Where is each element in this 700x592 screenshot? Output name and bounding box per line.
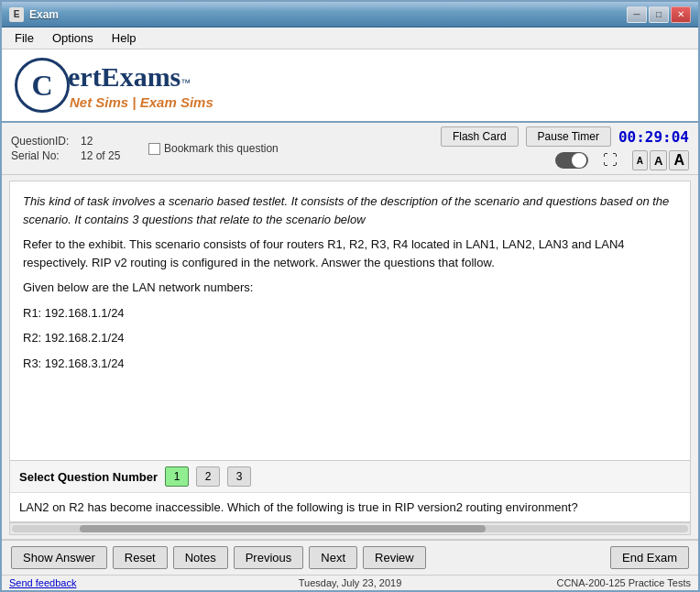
status-date: Tuesday, July 23, 2019: [239, 577, 460, 588]
menu-options[interactable]: Options: [43, 29, 103, 47]
main-window: E Exam ─ □ ✕ File Options Help C ertExam…: [0, 0, 700, 592]
question-body-4: R3: 192.168.3.1/24: [23, 355, 677, 373]
window-title: Exam: [29, 8, 621, 21]
previous-button[interactable]: Previous: [234, 546, 304, 569]
question-intro: This kind of task involves a scenario ba…: [23, 192, 677, 228]
controls-mid: ⛶ A A A: [555, 150, 689, 170]
logo-tm: ™: [180, 77, 191, 88]
font-controls: A A A: [632, 150, 689, 170]
next-button[interactable]: Next: [309, 546, 357, 569]
serial-no-value: 12 of 25: [81, 149, 120, 162]
logo-tagline: Net Sims | Exam Sims: [70, 94, 213, 110]
select-question-label: Select Question Number: [19, 470, 158, 484]
logo-circle: C: [15, 58, 70, 113]
question-header: QuestionID: 12 Serial No: 12 of 25 Bookm…: [2, 123, 698, 175]
select-question-bar: Select Question Number 1 2 3: [10, 460, 690, 492]
close-button[interactable]: ✕: [671, 6, 691, 23]
statusbar: Send feedback Tuesday, July 23, 2019 CCN…: [2, 575, 698, 590]
expand-icon[interactable]: ⛶: [603, 152, 618, 169]
serial-no-label: Serial No:: [11, 149, 75, 162]
pause-timer-button[interactable]: Pause Timer: [526, 126, 611, 147]
font-medium-button[interactable]: A: [650, 150, 667, 170]
question-id-area: QuestionID: 12 Serial No: 12 of 25: [11, 135, 139, 162]
send-feedback-link[interactable]: Send feedback: [9, 577, 76, 588]
question-area: This kind of task involves a scenario ba…: [9, 181, 691, 522]
titlebar: E Exam ─ □ ✕: [2, 2, 698, 27]
toggle-switch[interactable]: [555, 152, 588, 169]
menubar: File Options Help: [2, 27, 698, 49]
logo-name: ertExams: [68, 61, 180, 93]
reset-button[interactable]: Reset: [113, 546, 168, 569]
logo-area: C ertExams ™ Net Sims | Exam Sims: [2, 49, 698, 123]
question-body-3: R2: 192.168.2.1/24: [23, 329, 677, 347]
question-text-area: LAN2 on R2 has become inaccessible. Whic…: [10, 492, 690, 521]
review-button[interactable]: Review: [363, 546, 426, 569]
question-body-2: R1: 192.168.1.1/24: [23, 304, 677, 323]
window-controls: ─ □ ✕: [627, 6, 691, 23]
controls-top: Flash Card Pause Timer 00:29:04: [441, 126, 689, 147]
toggle-track[interactable]: [555, 152, 588, 169]
bookmark-area: Bookmark this question: [148, 142, 279, 155]
toggle-thumb: [572, 153, 586, 168]
horizontal-scrollbar[interactable]: [9, 522, 691, 535]
end-exam-button[interactable]: End Exam: [610, 546, 689, 569]
font-large-button[interactable]: A: [669, 150, 689, 170]
question-num-3[interactable]: 3: [227, 466, 251, 487]
flashcard-button[interactable]: Flash Card: [441, 126, 519, 147]
question-scroll[interactable]: This kind of task involves a scenario ba…: [10, 181, 690, 460]
scrollbar-thumb[interactable]: [80, 525, 486, 532]
menu-file[interactable]: File: [5, 29, 43, 47]
bottom-buttons: Show Answer Reset Notes Previous Next Re…: [2, 539, 698, 575]
scrollbar-track: [12, 525, 688, 532]
question-num-2[interactable]: 2: [196, 466, 220, 487]
status-product: CCNA-200-125 Practice Tests: [470, 577, 691, 588]
question-body-1: Given below are the LAN network numbers:: [23, 279, 677, 297]
question-id-value: 12: [81, 135, 93, 148]
minimize-button[interactable]: ─: [627, 6, 647, 23]
question-num-1[interactable]: 1: [165, 466, 189, 487]
bookmark-checkbox[interactable]: [148, 143, 160, 155]
font-small-button[interactable]: A: [632, 150, 648, 170]
bookmark-label: Bookmark this question: [164, 142, 279, 155]
timer-display: 00:29:04: [618, 128, 689, 146]
notes-button[interactable]: Notes: [173, 546, 228, 569]
question-body-0: Refer to the exhibit. This scenario cons…: [23, 236, 677, 271]
question-text: LAN2 on R2 has become inaccessible. Whic…: [19, 500, 578, 514]
app-icon: E: [9, 7, 24, 22]
maximize-button[interactable]: □: [649, 6, 669, 23]
show-answer-button[interactable]: Show Answer: [11, 546, 107, 569]
question-id-label: QuestionID:: [11, 135, 75, 148]
menu-help[interactable]: Help: [103, 29, 146, 47]
